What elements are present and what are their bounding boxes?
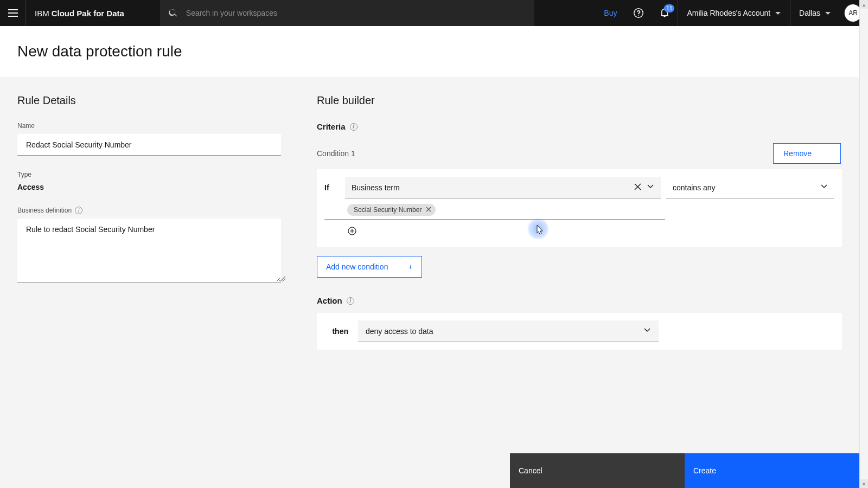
chevron-down-icon: [825, 10, 831, 16]
notifications-button[interactable]: 11: [652, 0, 678, 26]
hamburger-icon: [8, 12, 18, 14]
chevron-down-icon: [775, 10, 781, 16]
criteria-type-value: Business term: [352, 183, 400, 192]
product-brand[interactable]: IBM Cloud Pak for Data: [26, 9, 133, 18]
remove-tag-button[interactable]: [426, 206, 431, 214]
cancel-button[interactable]: Cancel: [510, 453, 685, 488]
remove-condition-button[interactable]: Remove: [773, 143, 841, 164]
plus-circle-icon: [348, 227, 356, 235]
main-content: Rule Details Name Type Access Business d…: [0, 77, 868, 488]
condition-label: Condition 1: [317, 149, 355, 158]
scroll-up-button[interactable]: ▴: [860, 0, 869, 9]
action-label: Action: [317, 296, 342, 305]
menu-button[interactable]: [0, 0, 26, 26]
search-wrap[interactable]: [160, 0, 534, 26]
action-value: deny access to data: [366, 327, 433, 336]
chevron-down-icon: [647, 183, 654, 192]
buy-link[interactable]: Buy: [595, 9, 626, 17]
brand-prefix: IBM: [35, 9, 49, 18]
search-icon: [169, 8, 177, 18]
tag-label: Social Security Number: [354, 206, 422, 214]
rule-details-heading: Rule Details: [17, 94, 286, 107]
action-dropdown[interactable]: deny access to data: [358, 320, 659, 342]
notification-badge: 11: [664, 4, 674, 12]
help-button[interactable]: [626, 0, 652, 26]
create-button[interactable]: Create: [685, 453, 859, 488]
rule-details-panel: Rule Details Name Type Access Business d…: [0, 77, 304, 488]
page-title-band: New data protection rule: [0, 26, 868, 77]
add-condition-label: Add new condition: [326, 262, 388, 271]
definition-label: Business definition i: [17, 207, 286, 214]
operator-value: contains any: [673, 183, 716, 192]
criteria-value-tag: Social Security Number: [347, 204, 436, 216]
page-title: New data protection rule: [17, 43, 182, 60]
account-dropdown[interactable]: Amilia Rhodes's Account: [678, 0, 790, 26]
criteria-values-row[interactable]: Social Security Number: [324, 198, 665, 220]
action-card: then deny access to data: [317, 313, 842, 350]
name-label: Name: [17, 122, 286, 130]
add-condition-button[interactable]: Add new condition +: [317, 256, 422, 278]
operator-dropdown[interactable]: contains any: [666, 177, 834, 198]
then-label: then: [324, 327, 348, 336]
rule-builder-panel: Rule builder Criteria i Condition 1 Remo…: [304, 77, 868, 488]
criteria-label: Criteria: [317, 122, 346, 131]
footer-actions: Cancel Create: [510, 453, 859, 488]
scrollbar[interactable]: ▴ ▾: [859, 0, 868, 488]
criteria-type-dropdown[interactable]: Business term: [345, 177, 661, 198]
scroll-down-button[interactable]: ▾: [860, 479, 869, 488]
account-label: Amilia Rhodes's Account: [687, 9, 770, 17]
rule-builder-heading: Rule builder: [317, 94, 842, 107]
type-value: Access: [17, 183, 286, 191]
region-dropdown[interactable]: Dallas: [790, 0, 840, 26]
region-label: Dallas: [799, 9, 820, 17]
condition-card: If Business term contains any: [317, 169, 842, 247]
definition-textarea[interactable]: [17, 219, 281, 282]
chevron-down-icon: [643, 326, 651, 336]
help-icon: [633, 8, 644, 18]
info-icon[interactable]: i: [350, 123, 358, 131]
chevron-down-icon: [820, 183, 828, 192]
info-icon[interactable]: i: [347, 297, 354, 305]
plus-icon: +: [409, 262, 413, 271]
rule-name-input[interactable]: [17, 134, 281, 156]
add-nested-condition-button[interactable]: [347, 226, 357, 236]
type-label: Type: [17, 171, 286, 178]
top-bar: IBM Cloud Pak for Data Buy 11 Amilia Rho…: [0, 0, 868, 26]
if-label: If: [324, 183, 340, 192]
info-icon[interactable]: i: [75, 207, 82, 214]
brand-product: Cloud Pak for Data: [52, 9, 124, 18]
clear-icon[interactable]: [634, 183, 641, 192]
search-input[interactable]: [186, 9, 526, 17]
